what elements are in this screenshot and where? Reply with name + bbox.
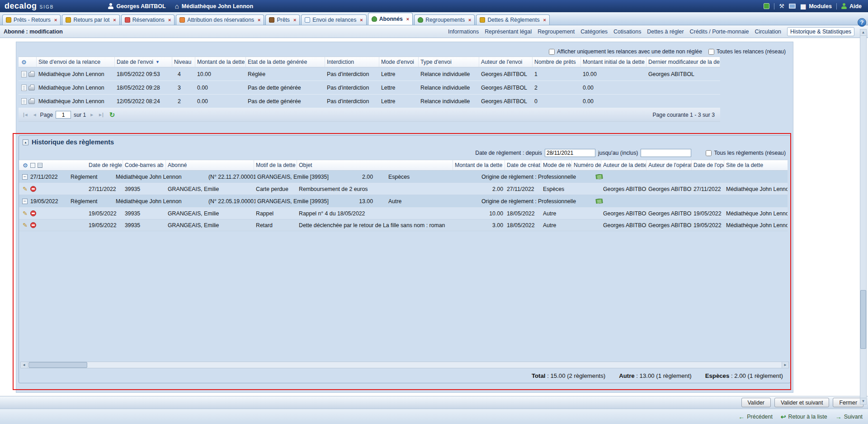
filter-network[interactable]: Tous les règlements (réseau) bbox=[706, 150, 786, 156]
close-icon[interactable]: × bbox=[258, 18, 260, 23]
column-header-date-operation[interactable]: Date de l'opé bbox=[692, 160, 724, 170]
modules-menu[interactable]: ▦ Modules bbox=[800, 3, 832, 10]
aide-menu[interactable]: Aide bbox=[841, 3, 862, 10]
close-icon[interactable]: × bbox=[168, 18, 171, 23]
delete-icon[interactable] bbox=[30, 210, 36, 216]
page-input[interactable] bbox=[56, 111, 71, 119]
receipt-icon[interactable] bbox=[595, 199, 603, 204]
column-header-montant[interactable]: Montant de la dette bbox=[195, 57, 246, 67]
columns-config-icon[interactable]: ⚙ bbox=[23, 162, 28, 168]
filter-all-network[interactable]: Toutes les relances (réseau) bbox=[708, 48, 786, 55]
first-page-icon[interactable]: |◄ bbox=[22, 112, 29, 117]
retour-liste-link[interactable]: ↩ Retour à la liste bbox=[781, 414, 827, 420]
close-icon[interactable]: × bbox=[360, 18, 363, 23]
precedent-link[interactable]: ← Précédent bbox=[738, 414, 772, 420]
collapse-row-icon[interactable]: − bbox=[22, 199, 28, 204]
all-network-checkbox[interactable] bbox=[708, 49, 714, 55]
subnav-dettes-a-regler[interactable]: Dettes à régler bbox=[647, 29, 684, 35]
column-header-numero[interactable]: Numéro de re bbox=[572, 160, 601, 170]
scroll-left-icon[interactable]: ◄ bbox=[21, 362, 28, 368]
reglement-detail-row[interactable]: ✎ 19/05/2022 39935 GRANGEAIS, Emilie Rap… bbox=[19, 208, 788, 219]
next-page-icon[interactable]: ► bbox=[89, 112, 94, 117]
column-header-site[interactable]: Site d'envoi de la relance bbox=[37, 57, 115, 67]
tools-icon[interactable]: ⚒ bbox=[779, 3, 784, 9]
scroll-up-icon[interactable]: ▲ bbox=[860, 29, 866, 36]
valider-et-suivant-button[interactable]: Valider et suivant bbox=[774, 398, 829, 407]
close-icon[interactable]: × bbox=[54, 18, 57, 23]
delete-icon[interactable] bbox=[30, 222, 36, 228]
column-header-date-creation[interactable]: Date de créat bbox=[505, 160, 541, 170]
help-icon[interactable]: ? bbox=[858, 18, 866, 27]
date-to-input[interactable] bbox=[641, 149, 691, 157]
subnav-cotisations[interactable]: Cotisations bbox=[613, 29, 641, 35]
columns-config-icon[interactable]: ⚙ bbox=[21, 59, 27, 65]
subnav-representant-legal[interactable]: Représentant légal bbox=[485, 29, 532, 35]
receipt-icon[interactable] bbox=[595, 174, 603, 179]
print-icon[interactable] bbox=[28, 100, 35, 104]
workstation-icon[interactable] bbox=[789, 4, 796, 9]
vertical-scrollbar[interactable]: ▲ ▼ bbox=[860, 29, 867, 405]
column-header-motif[interactable]: Motif de la dette bbox=[254, 160, 297, 170]
view-mode-icon[interactable] bbox=[30, 163, 35, 168]
tab-regroupements[interactable]: Regroupements × bbox=[414, 14, 475, 25]
network-checkbox[interactable] bbox=[706, 150, 712, 156]
status-icon[interactable] bbox=[764, 3, 769, 9]
subnav-circulation[interactable]: Circulation bbox=[755, 29, 781, 35]
column-header-interdiction[interactable]: Interdiction bbox=[325, 57, 379, 67]
column-header-niveau[interactable]: Niveau bbox=[172, 57, 195, 67]
collapse-section-icon[interactable]: ▲ bbox=[23, 139, 28, 145]
view-mode-list-icon[interactable] bbox=[38, 163, 42, 168]
edit-icon[interactable]: ✎ bbox=[23, 210, 28, 216]
reglement-group-row[interactable]: −19/05/2022 Règlement Médiathèque John L… bbox=[19, 195, 788, 208]
horizontal-scrollbar[interactable]: ◄ ► bbox=[20, 362, 789, 368]
reglement-group-row[interactable]: −27/11/2022 Règlement Médiathèque John L… bbox=[19, 171, 788, 183]
scroll-down-icon[interactable]: ▼ bbox=[860, 398, 866, 404]
vertical-scrollbar-thumb[interactable] bbox=[860, 290, 866, 349]
column-header-auteur-operation[interactable]: Auteur de l'opératio bbox=[646, 160, 692, 170]
column-header-montant-initial[interactable]: Montant initial de la dette bbox=[581, 57, 646, 67]
tab-reservations[interactable]: Réservations × bbox=[121, 14, 175, 25]
relance-row[interactable]: Médiathèque John Lennon 18/05/2022 09:28… bbox=[19, 81, 720, 95]
column-header-montant[interactable]: Montant de la dette bbox=[453, 160, 505, 170]
subnav-informations[interactable]: Informations bbox=[448, 29, 479, 35]
column-header-auteur[interactable]: Auteur de l'envoi bbox=[479, 57, 533, 67]
print-icon[interactable] bbox=[28, 86, 35, 91]
column-header-date-envoi[interactable]: Date de l'envoi▼ bbox=[115, 57, 172, 67]
unpaid-only-checkbox[interactable] bbox=[549, 49, 555, 55]
date-from-input[interactable] bbox=[545, 149, 595, 157]
tab-dettes-reglements[interactable]: Dettes & Règlements × bbox=[476, 14, 550, 25]
relance-detail-icon[interactable] bbox=[21, 85, 27, 91]
edit-icon[interactable]: ✎ bbox=[23, 186, 28, 192]
column-header-type-envoi[interactable]: Type d'envoi bbox=[419, 57, 479, 67]
reglement-detail-row[interactable]: ✎ 27/11/2022 39935 GRANGEAIS, Emilie Car… bbox=[19, 183, 788, 195]
subnav-categories[interactable]: Catégories bbox=[580, 29, 608, 35]
refresh-icon[interactable]: ↻ bbox=[109, 111, 115, 118]
horizontal-scrollbar-thumb[interactable] bbox=[28, 362, 87, 368]
close-icon[interactable]: × bbox=[543, 18, 546, 23]
relance-row[interactable]: Médiathèque John Lennon 12/05/2022 08:24… bbox=[19, 95, 720, 108]
print-icon[interactable] bbox=[28, 72, 35, 77]
scroll-right-icon[interactable]: ► bbox=[782, 362, 788, 368]
close-icon[interactable]: × bbox=[293, 18, 296, 23]
subnav-regroupement[interactable]: Regroupement bbox=[538, 29, 575, 35]
column-header-site-dette[interactable]: Site de la dette bbox=[724, 160, 788, 170]
column-header-nb-prets[interactable]: Nombre de prêts bbox=[533, 57, 581, 67]
filter-unpaid-only[interactable]: Afficher uniquement les relances avec un… bbox=[549, 48, 702, 55]
column-header-mode-reglement[interactable]: Mode de règl bbox=[541, 160, 572, 170]
collapse-row-icon[interactable]: − bbox=[22, 174, 28, 180]
column-header-mode-envoi[interactable]: Mode d'envoi bbox=[379, 57, 419, 67]
last-page-icon[interactable]: ►| bbox=[97, 112, 104, 117]
column-header-modificateur[interactable]: Dernier modificateur de la dette bbox=[646, 57, 720, 67]
previous-page-icon[interactable]: ◄ bbox=[32, 112, 38, 117]
valider-button[interactable]: Valider bbox=[741, 398, 771, 407]
column-header-auteur-dette[interactable]: Auteur de la dette bbox=[601, 160, 646, 170]
tab-abonnes[interactable]: Abonnés × bbox=[368, 13, 413, 25]
reglement-detail-row[interactable]: ✎ 19/05/2022 39935 GRANGEAIS, Emilie Ret… bbox=[19, 219, 788, 231]
column-header-date-reglement[interactable]: Date de règle bbox=[87, 160, 123, 170]
column-header-etat[interactable]: Etat de la dette générée bbox=[246, 57, 325, 67]
column-header-abonne[interactable]: Abonné bbox=[166, 160, 254, 170]
tab-prets-retours[interactable]: Prêts - Retours × bbox=[2, 14, 61, 25]
column-header-objet[interactable]: Objet bbox=[297, 160, 453, 170]
subnav-credits-porte-monnaie[interactable]: Crédits / Porte-monnaie bbox=[690, 29, 749, 35]
tab-envoi-relances[interactable]: Envoi de relances × bbox=[301, 14, 366, 25]
